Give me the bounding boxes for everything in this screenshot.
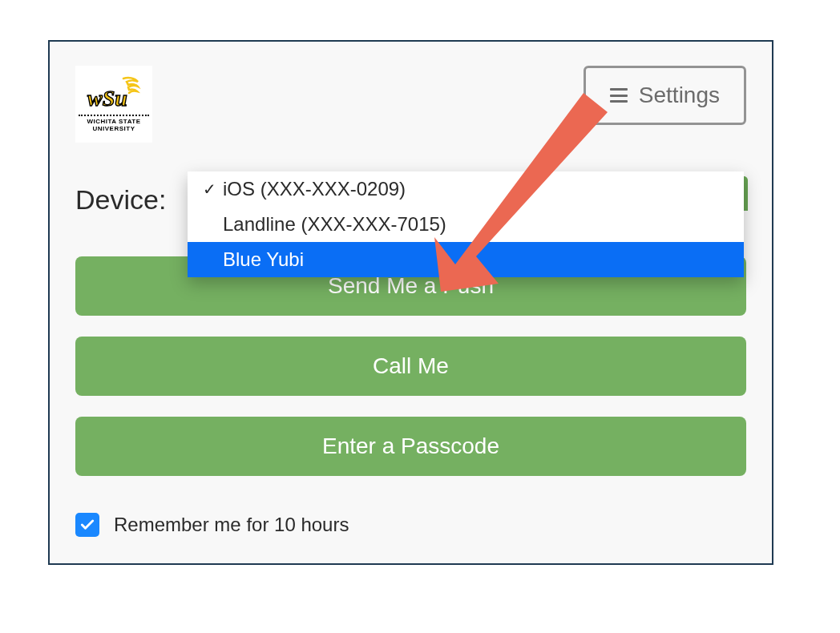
auth-panel: wSu WICHITA STATE UNIVERSITY Settings De… (48, 40, 773, 565)
device-option-landline[interactable]: Landline (XXX-XXX-7015) (188, 207, 744, 242)
device-option-label: Blue Yubi (223, 248, 304, 271)
logo-subtext: WICHITA STATE UNIVERSITY (79, 115, 149, 133)
remember-row: Remember me for 10 hours (75, 513, 746, 537)
check-icon (79, 517, 95, 533)
enter-passcode-button[interactable]: Enter a Passcode (75, 417, 746, 476)
top-row: wSu WICHITA STATE UNIVERSITY Settings (75, 66, 746, 154)
remember-label: Remember me for 10 hours (114, 514, 349, 536)
hamburger-icon (610, 88, 628, 103)
university-logo: wSu WICHITA STATE UNIVERSITY (75, 66, 152, 143)
device-label: Device: (75, 184, 166, 216)
select-border-sliver (744, 176, 748, 211)
settings-button[interactable]: Settings (584, 66, 746, 125)
device-option-label: Landline (XXX-XXX-7015) (223, 213, 446, 236)
device-dropdown[interactable]: ✓ iOS (XXX-XXX-0209) Landline (XXX-XXX-7… (188, 171, 744, 277)
device-row: Device: ✓ iOS (XXX-XXX-0209) Landline (X… (75, 176, 746, 232)
device-option-ios[interactable]: ✓ iOS (XXX-XXX-0209) (188, 171, 744, 207)
call-me-button[interactable]: Call Me (75, 337, 746, 396)
device-option-blue-yubi[interactable]: Blue Yubi (188, 242, 744, 277)
svg-text:wSu: wSu (87, 86, 127, 111)
remember-checkbox[interactable] (75, 513, 99, 537)
wsu-logo-mark: wSu (85, 75, 143, 112)
checkmark-icon: ✓ (202, 179, 216, 199)
device-option-label: iOS (XXX-XXX-0209) (223, 178, 406, 200)
action-buttons: Send Me a Push Call Me Enter a Passcode (75, 256, 746, 476)
settings-label: Settings (639, 83, 720, 108)
